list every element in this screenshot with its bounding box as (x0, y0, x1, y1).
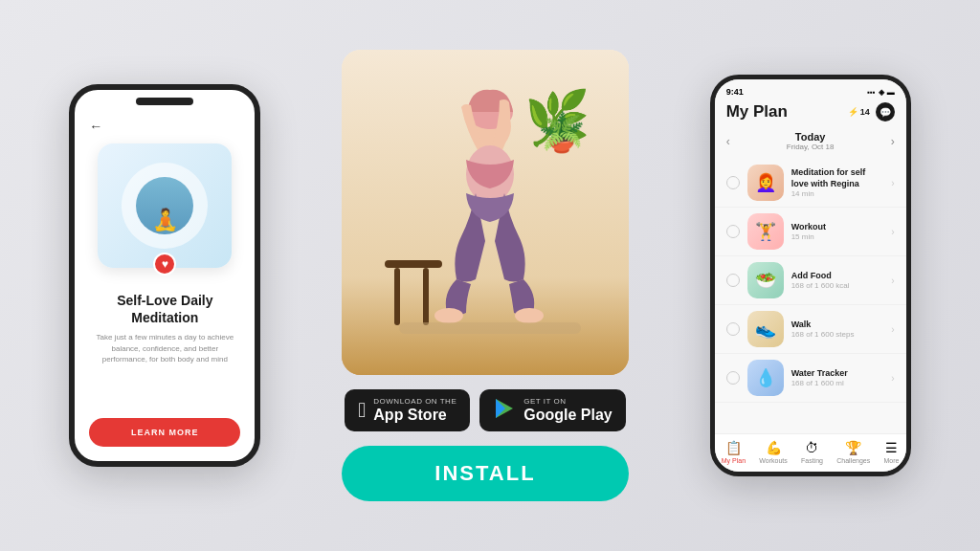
plan-item-name: Workout (791, 222, 884, 233)
plan-item-info: Walk 168 of 1 600 steps (791, 320, 884, 340)
plan-item-radio (726, 371, 740, 385)
app-store-main: App Store (373, 406, 457, 424)
meditation-card: ♥ (98, 143, 232, 268)
app-store-text: Download on the App Store (373, 397, 457, 424)
nav-label: More (884, 457, 900, 464)
yoga-svg: 🌿 🪴 (342, 50, 629, 375)
plan-item-info: Workout 15 min (791, 222, 884, 242)
plan-item[interactable]: 🥗 Add Food 168 of 1 600 kcal › (715, 256, 906, 305)
google-play-text: GET IT ON Google Play (523, 397, 612, 424)
bottom-nav: 📋 My Plan 💪 Workouts ⏱ Fasting 🏆 Challen… (715, 433, 906, 472)
nav-item-challenges[interactable]: 🏆 Challenges (836, 440, 870, 464)
google-play-main: Google Play (523, 406, 612, 424)
plan-item-radio (726, 274, 740, 287)
right-phone: 9:41 ▪▪▪ ◈ ▬ My Plan ⚡ 14 💬 ‹ Today Frid… (710, 75, 911, 476)
nav-label: Fasting (801, 457, 823, 464)
plan-item-detail: 14 min (791, 189, 884, 198)
store-buttons:  Download on the App Store GET IT ON (345, 389, 625, 431)
plan-item-radio (726, 322, 740, 336)
chevron-right-icon: › (891, 276, 894, 286)
learn-more-button[interactable]: LEARN MORE (89, 418, 240, 447)
plan-item-detail: 168 of 1 600 ml (791, 379, 884, 387)
nav-icon: 💪 (766, 440, 782, 455)
phone-header: My Plan ⚡ 14 💬 (715, 100, 906, 127)
plan-item-name: Meditation for self love with Regina (791, 167, 884, 189)
yoga-background: 🌿 🪴 (342, 50, 629, 375)
back-button[interactable]: ← (89, 119, 102, 134)
chevron-right-icon: › (891, 227, 894, 237)
plan-item[interactable]: 👟 Walk 168 of 1 600 steps › (715, 305, 906, 354)
signal-icon: ▪▪▪ (867, 88, 876, 97)
svg-rect-11 (399, 322, 581, 334)
plan-item-info: Meditation for self love with Regina 14 … (791, 167, 884, 198)
plan-item-detail: 15 min (791, 232, 884, 241)
lightning-count: 14 (860, 107, 870, 117)
wifi-icon: ◈ (879, 88, 884, 97)
header-icons: ⚡ 14 💬 (848, 102, 895, 121)
chevron-right-icon: › (891, 324, 894, 335)
lightning-icon: ⚡ (848, 107, 858, 117)
meditation-figure (136, 177, 193, 234)
main-container: ← ♥ Self-Love Daily Meditation Take just… (0, 0, 980, 551)
plan-item-thumb: 🏋️ (747, 213, 784, 250)
app-store-button[interactable]:  Download on the App Store (345, 389, 470, 431)
status-time: 9:41 (726, 87, 744, 97)
date-navigation: ‹ Today Friday, Oct 18 › (715, 127, 906, 155)
plan-item-thumb: 👟 (747, 311, 784, 347)
svg-rect-5 (423, 268, 429, 325)
date-center: Today Friday, Oct 18 (787, 131, 835, 151)
plan-item[interactable]: 👩‍🦰 Meditation for self love with Regina… (715, 159, 906, 208)
status-icons: ▪▪▪ ◈ ▬ (867, 88, 895, 97)
nav-icon: ⏱ (805, 440, 818, 455)
chevron-right-icon: › (891, 178, 894, 188)
chevron-right-icon: › (891, 373, 894, 384)
svg-rect-3 (385, 260, 442, 268)
left-phone: ← ♥ Self-Love Daily Meditation Take just… (69, 84, 260, 467)
plan-item-thumb: 🥗 (747, 262, 784, 298)
google-play-icon (493, 397, 516, 424)
nav-item-my-plan[interactable]: 📋 My Plan (722, 440, 746, 464)
nav-icon: 🏆 (845, 440, 861, 455)
battery-icon: ▬ (887, 88, 895, 97)
svg-rect-4 (394, 268, 400, 325)
nav-label: My Plan (722, 457, 746, 464)
nav-item-more[interactable]: ☰ More (884, 440, 900, 464)
google-play-button[interactable]: GET IT ON Google Play (479, 389, 625, 431)
my-plan-title: My Plan (726, 102, 788, 121)
yoga-image: 🌿 🪴 (342, 50, 629, 375)
google-play-sub: GET IT ON (523, 397, 612, 406)
date-today-label: Today (787, 131, 835, 143)
message-icon[interactable]: 💬 (876, 102, 895, 121)
svg-text:🪴: 🪴 (538, 109, 586, 155)
svg-point-9 (434, 308, 463, 323)
plan-item-radio (726, 225, 740, 238)
nav-icon: ☰ (885, 440, 898, 455)
plan-item-name: Walk (791, 320, 884, 331)
plan-item-info: Water Tracker 168 of 1 600 ml (791, 368, 884, 388)
plan-item[interactable]: 🏋️ Workout 15 min › (715, 208, 906, 256)
prev-date-arrow[interactable]: ‹ (726, 135, 730, 148)
plan-item-name: Water Tracker (791, 368, 884, 380)
plan-item-detail: 168 of 1 600 kcal (791, 281, 884, 290)
nav-label: Challenges (836, 457, 870, 464)
nav-item-workouts[interactable]: 💪 Workouts (759, 440, 787, 464)
center-section: 🌿 🪴 (342, 50, 629, 501)
plan-item-detail: 168 of 1 600 steps (791, 330, 884, 339)
install-button[interactable]: INSTALL (342, 446, 629, 501)
plan-item-thumb: 👩‍🦰 (747, 165, 784, 201)
meditation-title: Self-Love Daily Meditation (89, 292, 240, 326)
plan-item[interactable]: 💧 Water Tracker 168 of 1 600 ml › (715, 354, 906, 403)
heart-badge: ♥ (153, 253, 176, 276)
lightning-badge: ⚡ 14 (848, 107, 870, 117)
next-date-arrow[interactable]: › (891, 135, 895, 148)
plan-items-list: 👩‍🦰 Meditation for self love with Regina… (715, 155, 906, 433)
meditation-subtitle: Take just a few minutes a day to achieve… (89, 332, 240, 364)
meditation-circle (122, 163, 208, 249)
plan-item-thumb: 💧 (747, 360, 784, 396)
plan-item-info: Add Food 168 of 1 600 kcal (791, 271, 884, 291)
date-full-label: Friday, Oct 18 (787, 143, 835, 151)
app-store-sub: Download on the (373, 397, 457, 406)
nav-label: Workouts (759, 457, 787, 464)
plan-item-radio (726, 176, 740, 189)
nav-item-fasting[interactable]: ⏱ Fasting (801, 440, 823, 464)
